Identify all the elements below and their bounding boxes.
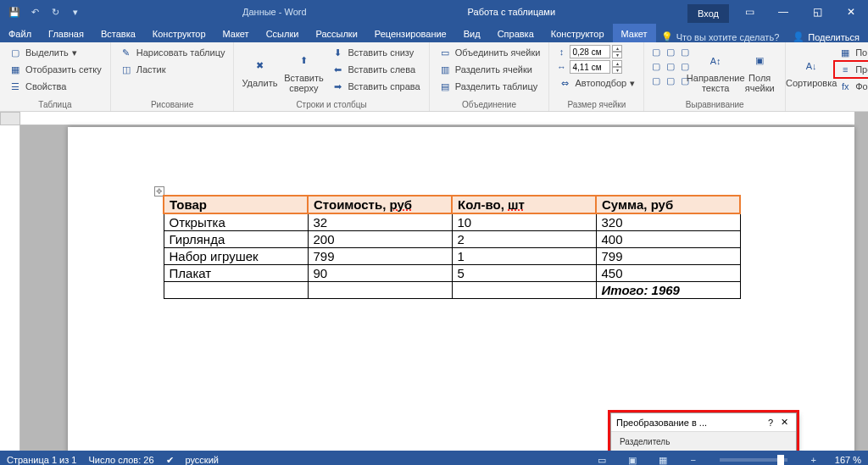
select-button[interactable]: ▢Выделить ▾ [5,45,105,60]
cell-margins-button[interactable]: ▣Поля ячейки [739,45,780,98]
undo-icon[interactable]: ↶ [27,4,42,19]
convert-to-text-button[interactable]: ≡Преобразовать в текст [835,62,868,77]
tab-table-layout[interactable]: Макет [613,24,656,42]
login-button[interactable]: Вход [687,4,729,23]
delete-button[interactable]: ✖Удалить [239,45,280,98]
tab-view[interactable]: Вид [455,24,489,42]
repeat-headers-button[interactable]: ▦Повторить строки заголовков [835,45,868,60]
dialog-help-icon[interactable]: ? [764,418,777,428]
group-merge: ▭Объединить ячейки ▥Разделить ячейки ▤Ра… [430,42,550,111]
insert-above-icon: ⬆ [293,51,314,71]
group-title: Строки и столбцы [239,98,423,109]
table-total-row: Итого: 1969 [164,282,740,299]
header-cell[interactable]: Товар [164,196,308,213]
spin-down-icon[interactable]: ▾ [612,67,622,74]
insert-below-icon: ⬇ [331,46,344,59]
direction-icon: A↕ [705,51,726,71]
spin-down-icon[interactable]: ▾ [612,52,622,58]
save-icon[interactable]: 💾 [7,4,22,19]
tab-home[interactable]: Главная [40,24,92,42]
tab-help[interactable]: Справка [489,24,542,42]
close-icon[interactable]: ✕ [834,0,868,24]
group-data: A↓Сортировка ▦Повторить строки заголовко… [786,42,868,111]
tab-insert[interactable]: Вставка [92,24,144,42]
formula-button[interactable]: fxФормула [835,79,868,94]
qat-dropdown-icon[interactable]: ▾ [68,4,83,19]
page[interactable]: ✥ Товар Стоимость, руб Кол-во, шт Сумма,… [68,127,854,451]
group-title: Таблица [5,98,105,109]
split-cells-button[interactable]: ▥Разделить ячейки [435,62,544,77]
merge-cells-button[interactable]: ▭Объединить ячейки [435,45,544,60]
gridlines-button[interactable]: ▦Отобразить сетку [5,62,105,77]
insert-left-icon: ⬅ [331,63,344,76]
autofit-icon: ⇔ [558,76,571,90]
header-cell[interactable]: Стоимость, руб [308,196,452,213]
pencil-icon: ✎ [120,46,133,59]
eraser-button[interactable]: ◫Ластик [116,62,229,77]
spin-up-icon[interactable]: ▴ [612,60,622,67]
align-mc-icon[interactable]: ▢ [664,59,677,73]
zoom-thumb[interactable] [777,455,784,465]
header-cell[interactable]: Кол-во, шт [452,196,596,213]
zoom-slider[interactable] [720,458,787,462]
separator-label: Разделитель [620,437,787,446]
insert-below-button[interactable]: ⬇Вставить снизу [327,45,423,60]
tab-layout[interactable]: Макет [214,24,258,42]
word-count[interactable]: Число слов: 26 [88,455,153,465]
tab-design[interactable]: Конструктор [144,24,214,42]
group-title: Рисование [116,98,229,109]
tab-references[interactable]: Ссылки [258,24,308,42]
spellcheck-icon[interactable]: ✔ [166,455,174,466]
text-direction-button[interactable]: A↕Направление текста [695,45,736,98]
zoom-level[interactable]: 167 % [835,455,861,465]
col-width-input[interactable]: ↔▴▾ [554,60,638,74]
row-height-input[interactable]: ↕▴▾ [554,45,638,58]
page-status[interactable]: Страница 1 из 1 [7,455,76,465]
header-cell[interactable]: Сумма, руб [596,196,740,213]
radio-paragraph[interactable]: знак абзаца [620,450,787,451]
autofit-button[interactable]: ⇔Автоподбор ▾ [554,75,638,91]
spin-up-icon[interactable]: ▴ [612,45,622,52]
align-bc-icon[interactable]: ▢ [664,74,677,87]
insert-above-button[interactable]: ⬆Вставить сверху [283,45,324,98]
zoom-in-icon[interactable]: + [804,452,823,465]
tab-table-design[interactable]: Конструктор [542,24,613,42]
web-layout-icon[interactable]: ▦ [654,452,672,465]
share-icon: 👤 [793,31,804,42]
insert-right-button[interactable]: ➡Вставить справа [327,79,423,94]
restore-icon[interactable]: ◱ [800,0,834,24]
align-tr-icon[interactable]: ▢ [678,45,692,58]
select-icon: ▢ [8,46,22,59]
group-alignment: ▢▢▢ ▢▢▢ ▢▢▢ A↕Направление текста ▣Поля я… [644,42,786,111]
redo-icon[interactable]: ↻ [47,4,63,19]
sort-button[interactable]: A↓Сортировка [791,45,832,98]
zoom-out-icon[interactable]: − [684,452,703,465]
horizontal-ruler[interactable] [20,112,854,125]
bulb-icon: 💡 [661,31,673,42]
minimize-icon[interactable]: — [766,0,800,24]
tab-file[interactable]: Файл [0,24,40,42]
convert-icon: ≡ [838,63,852,76]
width-icon: ↔ [554,60,568,74]
align-tl-icon[interactable]: ▢ [649,45,663,58]
ribbon-options-icon[interactable]: ▭ [732,0,766,24]
vertical-ruler[interactable] [0,125,20,451]
dialog-close-icon[interactable]: ✕ [777,417,791,428]
language-status[interactable]: русский [186,455,219,465]
properties-button[interactable]: ☰Свойства [5,79,105,94]
align-bl-icon[interactable]: ▢ [649,74,663,87]
split-table-button[interactable]: ▤Разделить таблицу [435,79,544,94]
tab-review[interactable]: Рецензирование [366,24,455,42]
document-table[interactable]: Товар Стоимость, руб Кол-во, шт Сумма, р… [163,195,741,299]
draw-table-button[interactable]: ✎Нарисовать таблицу [116,45,229,60]
align-mr-icon[interactable]: ▢ [678,59,692,73]
read-mode-icon[interactable]: ▭ [593,452,611,465]
tab-mailings[interactable]: Рассылки [307,24,365,42]
tell-me-search[interactable]: 💡Что вы хотите сделать? [661,31,780,42]
print-layout-icon[interactable]: ▣ [623,452,642,465]
align-tc-icon[interactable]: ▢ [664,45,677,58]
insert-left-button[interactable]: ⬅Вставить слева [327,62,423,77]
ribbon-tabs: Файл Главная Вставка Конструктор Макет С… [0,24,868,42]
share-button[interactable]: 👤Поделиться [784,31,868,42]
align-ml-icon[interactable]: ▢ [649,59,663,73]
